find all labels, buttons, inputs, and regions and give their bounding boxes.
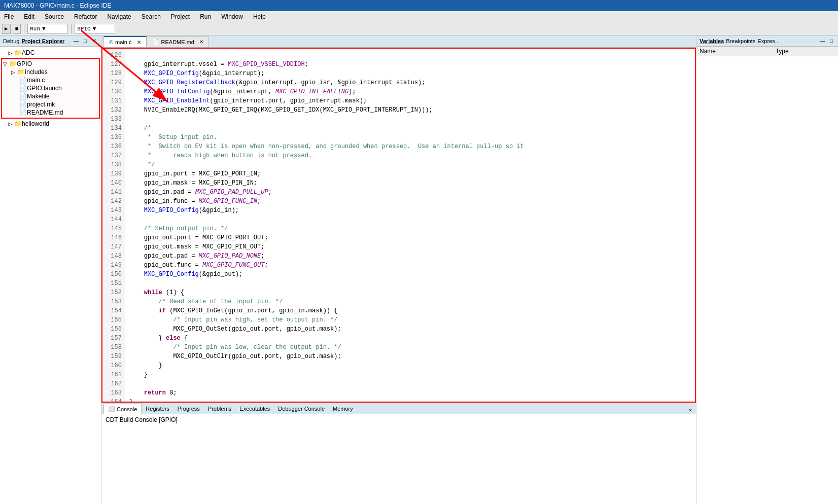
tree-label-readme: README.md — [27, 109, 63, 116]
main-layout: Debug Project Explorer — □ ✕ ▷ 📁 ADC ▽ 📁… — [0, 35, 838, 504]
includes-folder-icon: 📁 — [17, 68, 25, 76]
tree-label-helloworld: helloworld — [22, 120, 49, 127]
variables-tab[interactable]: Variables — [700, 38, 724, 44]
bottom-tabs: ⬜ Console Registers Progress Problems Ex… — [101, 403, 696, 414]
tree-label-gpio-launch: GPIO.launch — [27, 85, 62, 92]
makefile-icon: 📄 — [19, 93, 27, 100]
breakpoints-tab[interactable]: Breakpoints — [726, 38, 755, 44]
explorer-tab[interactable]: Project Explorer — [21, 38, 64, 44]
tree-label-project-mk: project.mk — [27, 101, 55, 108]
tab-console[interactable]: ⬜ Console — [103, 404, 142, 414]
file-icon: 📄 — [19, 85, 27, 92]
menu-item-window[interactable]: Window — [219, 13, 245, 21]
progress-label: Progress — [178, 406, 200, 412]
tab-readme-icon: 📄 — [152, 39, 159, 45]
tab-problems[interactable]: Problems — [204, 404, 235, 414]
tab-readme-label: README.md — [161, 39, 194, 45]
tab-main-c[interactable]: © main.c ✕ — [103, 36, 147, 47]
maximize-panel-btn[interactable]: □ — [82, 38, 89, 45]
panel-header: Debug Project Explorer — □ ✕ — [0, 35, 101, 47]
gpio-folder-icon: 📁 — [9, 60, 17, 67]
menu-item-project[interactable]: Project — [169, 13, 192, 21]
menu-item-refactor[interactable]: Refactor — [72, 13, 99, 21]
console-label: Console — [117, 406, 137, 412]
console-content: CDT Build Console [GPIO] — [106, 416, 178, 423]
folder-icon: 📁 — [14, 49, 22, 56]
gpio-highlighted-group: ▽ 📁 GPIO ▷ 📁 Includes 📄 main.c — [1, 58, 100, 119]
project-dropdown[interactable]: GPIO ▼ — [75, 24, 115, 34]
debug-tab[interactable]: Debug — [3, 38, 19, 44]
executables-label: Executables — [239, 406, 270, 412]
tab-readme[interactable]: 📄 README.md ✕ — [147, 36, 209, 47]
tab-readme-close[interactable]: ✕ — [199, 39, 203, 45]
expand-includes-icon: ▷ — [11, 69, 17, 75]
bottom-panel: ⬜ Console Registers Progress Problems Ex… — [101, 403, 696, 504]
tab-memory[interactable]: Memory — [329, 404, 357, 414]
helloworld-folder-icon: 📁 — [14, 120, 22, 127]
variables-table: Name Type — [696, 47, 838, 504]
minimize-vars-btn[interactable]: — — [819, 38, 826, 45]
menu-item-search[interactable]: Search — [139, 13, 163, 21]
expressions-tab[interactable]: Expres... — [757, 38, 779, 44]
tree-label-main-c: main.c — [27, 77, 45, 84]
tab-executables[interactable]: Executables — [235, 404, 274, 414]
toolbar: ▶ ■ Run ▼ GPIO ▼ — [0, 22, 838, 35]
menu-item-run[interactable]: Run — [198, 13, 213, 21]
project-mk-icon: 📄 — [19, 101, 27, 108]
tree-item-helloworld[interactable]: ▷ 📁 helloworld — [0, 120, 101, 128]
menu-item-navigate[interactable]: Navigate — [105, 13, 133, 21]
toolbar-separator-1 — [24, 24, 24, 33]
expand-icon: ▷ — [8, 50, 14, 56]
tree-item-adc[interactable]: ▷ 📁 ADC — [0, 49, 101, 57]
editor-tabs: © main.c ✕ 📄 README.md ✕ — [101, 35, 696, 48]
stop-button[interactable]: ■ — [13, 24, 21, 34]
col-type: Type — [773, 47, 838, 56]
debugger-console-label: Debugger Console — [278, 406, 325, 412]
tab-main-c-close[interactable]: ✕ — [137, 40, 141, 45]
memory-label: Memory — [333, 406, 353, 412]
code-content: gpio_interrupt.vssel = MXC_GPIO_VSSEL_VD… — [125, 49, 695, 402]
minimize-panel-btn[interactable]: — — [73, 38, 80, 45]
col-name: Name — [696, 47, 773, 56]
tree-item-makefile[interactable]: 📄 Makefile — [3, 92, 98, 100]
menu-item-help[interactable]: Help — [251, 13, 268, 21]
expand-gpio-icon: ▽ — [3, 61, 9, 67]
registers-label: Registers — [146, 406, 169, 412]
console-icon: ⬜ — [108, 406, 115, 412]
maximize-vars-btn[interactable]: □ — [828, 38, 835, 45]
tab-main-c-icon: © — [109, 39, 113, 45]
tree-item-includes[interactable]: ▷ 📁 Includes — [3, 68, 98, 76]
tree-container: ▷ 📁 ADC ▽ 📁 GPIO ▷ 📁 Includes — [0, 47, 101, 504]
toolbar-separator-2 — [71, 24, 72, 33]
readme-icon: 📄 — [19, 109, 27, 116]
title-bar: MAX78000 - GPIO/main.c - Eclipse IDE — [0, 0, 838, 11]
menu-item-file[interactable]: File — [2, 13, 16, 21]
left-panel: Debug Project Explorer — □ ✕ ▷ 📁 ADC ▽ 📁… — [0, 35, 101, 504]
tree-item-project-mk[interactable]: 📄 project.mk — [3, 100, 98, 109]
menu-item-source[interactable]: Source — [43, 13, 66, 21]
tree-item-readme[interactable]: 📄 README.md — [3, 109, 98, 117]
variables-panel: Variables Breakpoints Expres... — □ Name… — [696, 35, 838, 504]
close-console-btn[interactable]: ✕ — [687, 407, 694, 414]
title-text: MAX78000 - GPIO/main.c - Eclipse IDE — [4, 2, 111, 9]
close-panel-btn[interactable]: ✕ — [91, 38, 98, 45]
tab-main-c-label: main.c — [115, 39, 131, 45]
editor-area: © main.c ✕ 📄 README.md ✕ 126 127 128 129 — [101, 35, 696, 504]
bottom-content: CDT Build Console [GPIO] — [101, 414, 696, 504]
code-editor[interactable]: 126 127 128 129 130 131 132 133 134 135 … — [101, 48, 696, 403]
tree-label-gpio: GPIO — [17, 60, 32, 67]
run-button[interactable]: ▶ — [2, 24, 11, 34]
tree-label-includes: Includes — [25, 68, 48, 76]
tab-debugger-console[interactable]: Debugger Console — [274, 404, 329, 414]
tree-item-main-c[interactable]: 📄 main.c — [3, 76, 98, 84]
tree-item-gpio-launch[interactable]: 📄 GPIO.launch — [3, 84, 98, 92]
tree-item-gpio[interactable]: ▽ 📁 GPIO — [3, 60, 98, 68]
line-numbers: 126 127 128 129 130 131 132 133 134 135 … — [102, 49, 125, 402]
tree-label-adc: ADC — [22, 49, 34, 56]
run-config-dropdown[interactable]: Run ▼ — [27, 24, 68, 34]
menu-item-edit[interactable]: Edit — [22, 13, 37, 21]
right-side: © main.c ✕ 📄 README.md ✕ 126 127 128 129 — [101, 35, 838, 504]
tab-progress[interactable]: Progress — [173, 404, 204, 414]
c-file-icon: 📄 — [19, 77, 27, 84]
tab-registers[interactable]: Registers — [142, 404, 173, 414]
